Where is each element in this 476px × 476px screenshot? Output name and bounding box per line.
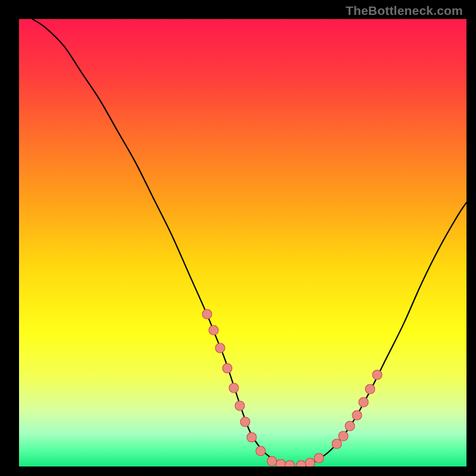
- bottleneck-curve: [33, 19, 466, 466]
- highlight-dot: [256, 446, 266, 456]
- highlight-dot: [222, 363, 232, 373]
- highlight-dot: [209, 325, 219, 335]
- highlight-dot: [240, 416, 250, 427]
- curve-layer: [19, 19, 466, 466]
- highlight-dot: [228, 383, 239, 393]
- highlight-dot: [215, 343, 226, 353]
- highlight-dot: [331, 439, 342, 449]
- highlight-dot: [359, 397, 369, 408]
- highlight-dot: [284, 461, 295, 466]
- highlight-dot: [365, 384, 375, 394]
- highlight-dot: [345, 421, 355, 431]
- plot-area: [19, 19, 466, 466]
- highlight-dot: [372, 369, 382, 380]
- highlight-dot: [339, 431, 349, 441]
- highlight-dot: [247, 433, 257, 443]
- highlight-dot: [202, 309, 212, 320]
- highlight-dot: [314, 453, 324, 464]
- highlight-dot: [352, 410, 362, 420]
- highlight-dot: [234, 401, 245, 411]
- watermark-text: TheBottleneck.com: [346, 4, 463, 18]
